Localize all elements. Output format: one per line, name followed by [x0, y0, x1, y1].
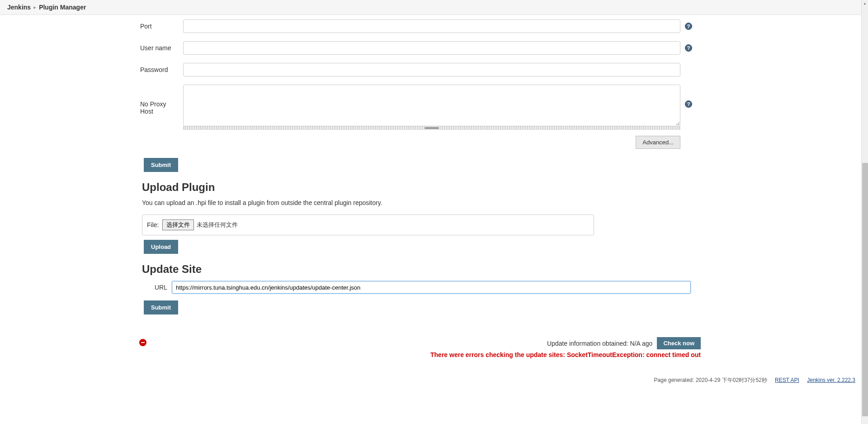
footer-info: Update information obtained: N/A ago Che… — [140, 337, 701, 358]
main-content: Port ? User name ? Password No Proxy Hos… — [0, 15, 701, 358]
jenkins-version-link[interactable]: Jenkins ver. 2.222.3 — [807, 377, 855, 383]
page-generated: Page generated: 2020-4-29 下午02时37分52秒 — [654, 377, 767, 383]
port-row: Port ? — [140, 19, 701, 33]
advanced-button[interactable]: Advanced... — [636, 136, 680, 149]
error-icon — [139, 339, 146, 346]
password-input[interactable] — [183, 63, 680, 76]
choose-file-button[interactable]: 选择文件 — [162, 219, 194, 230]
help-icon[interactable]: ? — [685, 44, 692, 52]
url-label: URL — [142, 284, 167, 291]
noproxy-row: No Proxy Host ? — [140, 85, 701, 126]
update-obtained-text: Update information obtained: N/A ago — [547, 340, 653, 347]
update-info-col: Update information obtained: N/A ago Che… — [140, 337, 701, 358]
username-row: User name ? — [140, 41, 701, 55]
chevron-right-icon: ▸ — [33, 4, 36, 10]
upload-plugin-desc: You can upload an .hpi file to install a… — [142, 199, 701, 206]
username-label: User name — [140, 44, 183, 52]
password-row: Password — [140, 63, 701, 76]
breadcrumb-jenkins[interactable]: Jenkins — [7, 4, 31, 11]
submit-update-button[interactable]: Submit — [144, 300, 178, 314]
scrollbar[interactable]: ▴ — [861, 0, 868, 388]
password-label: Password — [140, 66, 183, 73]
port-label: Port — [140, 23, 183, 30]
error-icon-col — [139, 337, 146, 346]
file-label: File: — [147, 221, 159, 229]
scroll-up-icon[interactable]: ▴ — [862, 0, 868, 7]
port-input[interactable] — [183, 19, 680, 33]
scroll-thumb[interactable] — [862, 163, 868, 388]
resize-handle[interactable] — [183, 126, 680, 130]
noproxy-label: No Proxy Host — [140, 85, 183, 115]
page-footer: Page generated: 2020-4-29 下午02时37分52秒 RE… — [0, 358, 859, 388]
breadcrumb: Jenkins ▸ Plugin Manager — [0, 0, 868, 15]
update-site-title: Update Site — [142, 263, 701, 276]
help-icon[interactable]: ? — [685, 23, 692, 30]
advanced-row: Advanced... — [140, 136, 680, 149]
error-text: There were errors checking the update si… — [140, 351, 701, 358]
file-row: File: 选择文件 未选择任何文件 — [142, 214, 594, 235]
rest-api-link[interactable]: REST API — [775, 377, 799, 383]
url-row: URL — [142, 281, 701, 294]
upload-plugin-title: Upload Plugin — [142, 181, 701, 194]
breadcrumb-plugin-manager[interactable]: Plugin Manager — [39, 4, 86, 11]
file-status: 未选择任何文件 — [197, 221, 238, 229]
noproxy-textarea[interactable] — [183, 85, 680, 126]
url-input[interactable] — [172, 281, 691, 294]
upload-button[interactable]: Upload — [144, 240, 178, 254]
check-now-button[interactable]: Check now — [657, 337, 701, 349]
username-input[interactable] — [183, 41, 680, 55]
submit-button[interactable]: Submit — [144, 158, 178, 172]
help-icon[interactable]: ? — [685, 100, 692, 108]
